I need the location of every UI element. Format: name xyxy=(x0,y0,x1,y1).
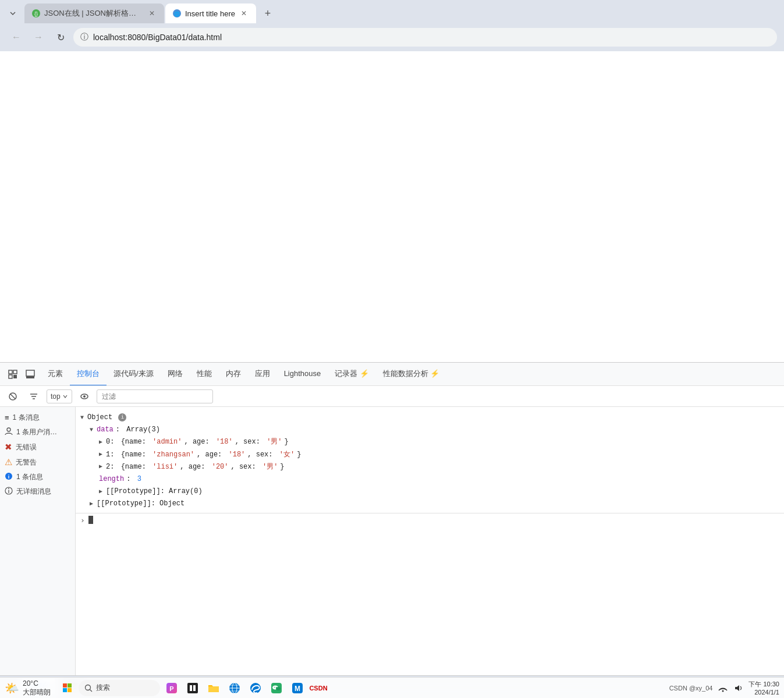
address-bar: ← → ↻ ⓘ localhost:8080/BigData01/data.ht… xyxy=(0,23,784,51)
tab-elements[interactable]: 元素 xyxy=(41,363,70,386)
console-input-row[interactable]: › xyxy=(76,513,784,527)
length-colon: : xyxy=(126,474,134,485)
tab-console[interactable]: 控制台 xyxy=(70,363,107,386)
devtools-toggle-btn[interactable] xyxy=(5,366,21,382)
sidebar-warnings[interactable]: ⚠ 无警告 xyxy=(0,455,75,470)
svg-text:🌐: 🌐 xyxy=(174,11,180,17)
csdn-label: CSDN xyxy=(309,685,327,692)
svg-point-21 xyxy=(8,488,9,489)
tree-proto-array[interactable]: ▶ [[Prototype]]: Array(0) xyxy=(80,486,779,498)
search-icon xyxy=(84,684,93,692)
item2-arrow[interactable]: ▶ xyxy=(99,462,102,472)
devtools-dock-btn[interactable] xyxy=(22,366,38,382)
tab-perfanalysis[interactable]: 性能数据分析 ⚡ xyxy=(376,363,447,386)
tab-sources[interactable]: 源代码/来源 xyxy=(107,363,161,386)
tree-data[interactable]: ▼ data : Array(3) xyxy=(80,424,779,436)
item1-sex-key: , sex: xyxy=(247,449,276,460)
clear-console-btn[interactable] xyxy=(5,388,21,405)
console-output-area[interactable]: ▼ Object i ▼ data : Array(3) xyxy=(76,407,784,675)
back-btn[interactable]: ← xyxy=(7,28,26,47)
tray-network-icon[interactable] xyxy=(717,682,729,694)
sidebar-verbose[interactable]: 无详细消息 xyxy=(0,484,75,499)
tray-volume-icon[interactable] xyxy=(732,682,744,694)
svg-rect-8 xyxy=(26,370,34,376)
taskbar-icon-4[interactable] xyxy=(225,679,244,697)
win-logo-tl xyxy=(63,683,67,688)
svg-point-26 xyxy=(86,685,91,690)
tab-network[interactable]: 网络 xyxy=(161,363,190,386)
clock[interactable]: 下午 10:30 2024/1/1 xyxy=(748,680,779,696)
devtools-tab-bar: 元素 控制台 源代码/来源 网络 性能 内存 应用 Lighthouse xyxy=(0,363,784,386)
object-tree: ▼ Object i ▼ data : Array(3) xyxy=(76,409,784,513)
tree-item0[interactable]: ▶ 0: {name: 'admin' , age: '18' , sex: '… xyxy=(80,436,779,448)
taskbar-search[interactable]: 搜索 xyxy=(79,680,160,696)
tree-item1[interactable]: ▶ 1: {name: 'zhangsan' , age: '18' , sex… xyxy=(80,449,779,461)
weather-temp: 20°C xyxy=(23,679,51,688)
proto-object-arrow[interactable]: ▶ xyxy=(90,499,93,509)
tab1-icon: {} xyxy=(31,9,41,18)
taskbar-icon-1[interactable]: P xyxy=(162,679,181,697)
data-arrow[interactable]: ▼ xyxy=(90,426,93,435)
proto-array-arrow[interactable]: ▶ xyxy=(99,487,102,497)
svg-text:i: i xyxy=(8,474,10,480)
csdn-user-label: CSDN @xy_04 xyxy=(669,685,713,692)
svg-point-16 xyxy=(83,395,86,398)
tab-lighthouse[interactable]: Lighthouse xyxy=(277,363,328,386)
console-cursor xyxy=(88,516,93,524)
url-bar[interactable]: ⓘ localhost:8080/BigData01/data.html xyxy=(73,28,777,47)
item2-brace-open: {name: xyxy=(121,462,150,473)
reload-btn[interactable]: ↻ xyxy=(51,28,70,47)
forward-btn[interactable]: → xyxy=(29,28,48,47)
item1-sex-val: '女' xyxy=(279,449,295,460)
tab-json-online[interactable]: {} JSON在线 | JSON解析格式化- ✕ xyxy=(24,3,164,23)
taskbar-icon-blue-app[interactable]: M xyxy=(288,679,307,697)
svg-point-47 xyxy=(722,690,724,692)
item0-index: 0: xyxy=(106,437,119,448)
svg-rect-32 xyxy=(193,685,196,691)
filter-toggle-btn[interactable] xyxy=(26,388,42,405)
devtools-main-content: ≡ 1 条消息 1 条用户消… ✖ 无错误 xyxy=(0,407,784,675)
tab-dropdown-btn[interactable] xyxy=(5,5,21,22)
taskbar-weather[interactable]: 🌤️ 20°C 大部晴朗 xyxy=(5,679,51,696)
item2-sex-key: , sex: xyxy=(231,462,260,473)
tab-memory[interactable]: 内存 xyxy=(219,363,248,386)
context-selector[interactable]: top xyxy=(47,389,72,403)
date: 2024/1/1 xyxy=(754,689,779,696)
tab-performance[interactable]: 性能 xyxy=(190,363,219,386)
object-info-badge: i xyxy=(118,413,126,421)
sidebar-errors[interactable]: ✖ 无错误 xyxy=(0,440,75,455)
sidebar-messages[interactable]: ≡ 1 条消息 xyxy=(0,410,75,425)
tab-insert-title[interactable]: 🌐 Insert title here ✕ xyxy=(165,3,256,23)
tree-proto-object[interactable]: ▶ [[Prototype]]: Object xyxy=(80,498,779,510)
error-icon: ✖ xyxy=(5,442,12,452)
tab2-close[interactable]: ✕ xyxy=(239,8,249,19)
tab-recorder[interactable]: 记录器 ⚡ xyxy=(328,363,376,386)
item1-arrow[interactable]: ▶ xyxy=(99,450,102,459)
warning-icon: ⚠ xyxy=(5,457,12,467)
tree-root[interactable]: ▼ Object i xyxy=(80,412,779,424)
sidebar-info[interactable]: i 1 条信息 xyxy=(0,470,75,484)
item1-brace-close: } xyxy=(297,449,301,460)
sidebar-user-messages[interactable]: 1 条用户消… xyxy=(0,425,75,440)
taskbar-icon-csdn[interactable]: CSDN xyxy=(309,679,328,697)
taskbar-icon-edge[interactable] xyxy=(246,679,265,697)
console-filter-input[interactable] xyxy=(97,389,213,403)
taskbar-icon-2[interactable] xyxy=(183,679,202,697)
tree-item2[interactable]: ▶ 2: {name: 'lisi' , age: '20' , sex: '男… xyxy=(80,461,779,473)
tab-application[interactable]: 应用 xyxy=(248,363,277,386)
svg-line-11 xyxy=(10,394,15,399)
svg-rect-4 xyxy=(9,370,12,374)
svg-point-43 xyxy=(274,686,275,688)
tab1-close[interactable]: ✕ xyxy=(147,8,157,19)
item0-arrow[interactable]: ▶ xyxy=(99,438,102,447)
taskbar-icon-wechat[interactable] xyxy=(267,679,286,697)
new-tab-btn[interactable]: + xyxy=(260,5,276,22)
system-tray xyxy=(717,682,744,694)
eye-btn[interactable] xyxy=(77,389,92,404)
root-arrow[interactable]: ▼ xyxy=(80,413,84,423)
length-key: length xyxy=(99,474,124,485)
taskbar-icon-3[interactable] xyxy=(204,679,223,697)
errors-label: 无错误 xyxy=(16,442,37,452)
messages-icon: ≡ xyxy=(5,413,9,422)
start-button[interactable] xyxy=(58,679,76,697)
